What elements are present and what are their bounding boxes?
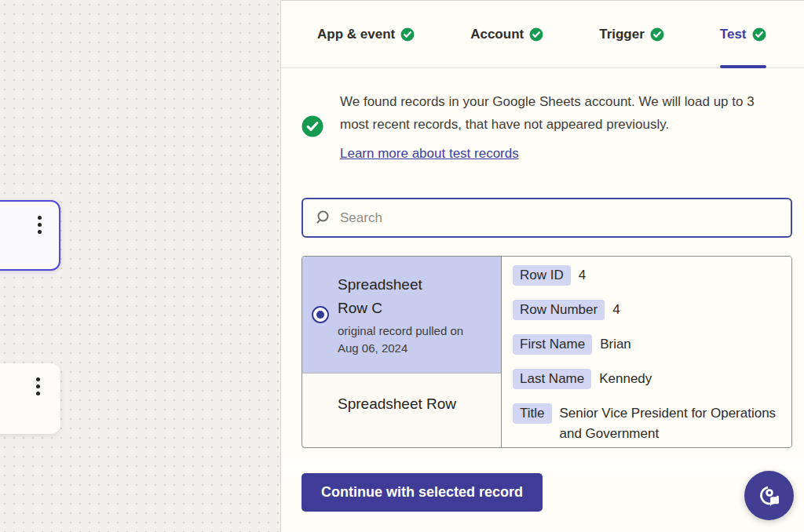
tab-app-event[interactable]: App & event	[317, 1, 415, 67]
test-records-panel: Spreadsheet Row C original record pulled…	[302, 256, 792, 448]
tab-test[interactable]: Test	[720, 1, 766, 67]
record-title: Spreadsheet Row C	[338, 273, 455, 320]
record-list: Spreadsheet Row C original record pulled…	[302, 257, 502, 447]
check-circle-icon	[400, 27, 415, 42]
field-label-chip: Title	[513, 403, 552, 424]
message-text-block: We found records in your Google Sheets a…	[340, 90, 756, 162]
test-success-message: We found records in your Google Sheets a…	[302, 90, 792, 162]
field-value: 4	[579, 265, 586, 286]
field-value: Senior Vice President for Operations and…	[560, 403, 781, 444]
record-meta: original record pulled on Aug 06, 2024	[338, 322, 487, 357]
kebab-menu-icon[interactable]	[35, 376, 42, 397]
check-circle-icon	[650, 27, 664, 42]
field-label-chip: Row ID	[513, 265, 571, 286]
record-item-selected[interactable]: Spreadsheet Row C original record pulled…	[302, 257, 501, 373]
tab-account[interactable]: Account	[470, 1, 543, 67]
radio-selected-icon[interactable]	[312, 306, 329, 323]
zap-canvas	[0, 0, 280, 532]
field-row: Row Number 4	[513, 300, 780, 320]
record-text: Spreadsheet Row C original record pulled…	[338, 273, 487, 357]
step-config-panel: App & event Account Trigger Test We foun…	[280, 0, 804, 532]
message-text: We found records in your Google Sheets a…	[340, 90, 756, 136]
field-value: Kennedy	[599, 369, 652, 389]
tab-label: Trigger	[599, 27, 645, 42]
step-tabbar: App & event Account Trigger Test	[281, 1, 804, 68]
field-label-chip: Last Name	[513, 369, 591, 389]
learn-more-link[interactable]: Learn more about test records	[340, 146, 519, 162]
tab-trigger[interactable]: Trigger	[599, 1, 664, 67]
zap-step-card[interactable]	[0, 363, 60, 434]
zap-editor: App & event Account Trigger Test We foun…	[0, 0, 804, 532]
field-row: Title Senior Vice President for Operatio…	[513, 403, 780, 444]
field-value: Brian	[600, 334, 631, 355]
record-item[interactable]: Spreadsheet Row	[302, 373, 501, 430]
record-title: Spreadsheet Row	[338, 392, 490, 416]
field-row: Row ID 4	[513, 265, 780, 286]
test-tab-content: We found records in your Google Sheets a…	[281, 90, 804, 448]
search-icon	[314, 210, 331, 226]
kebab-menu-icon[interactable]	[36, 214, 43, 235]
tab-label: App & event	[317, 27, 395, 42]
success-check-icon	[302, 115, 323, 137]
search-input[interactable]	[340, 210, 780, 226]
help-button[interactable]	[744, 471, 794, 520]
zap-step-card-selected[interactable]	[0, 200, 60, 271]
panel-footer: Continue with selected record	[281, 455, 804, 532]
field-label-chip: Row Number	[513, 300, 605, 320]
check-circle-icon	[752, 27, 766, 42]
record-detail-pane: Row ID 4 Row Number 4 First Name Brian L…	[502, 257, 791, 447]
support-chat-icon	[757, 483, 782, 508]
field-row: Last Name Kennedy	[513, 369, 780, 389]
tab-label: Test	[720, 27, 747, 42]
field-value: 4	[612, 300, 619, 320]
continue-button[interactable]: Continue with selected record	[302, 473, 543, 512]
tab-label: Account	[470, 27, 524, 42]
field-label-chip: First Name	[513, 334, 592, 355]
field-row: First Name Brian	[513, 334, 780, 355]
check-circle-icon	[529, 27, 543, 42]
search-box[interactable]	[302, 198, 792, 238]
